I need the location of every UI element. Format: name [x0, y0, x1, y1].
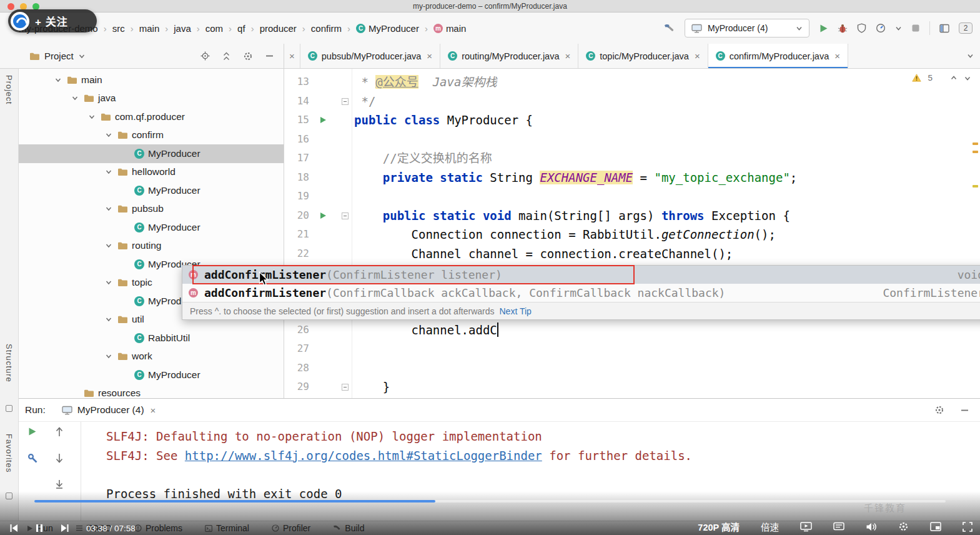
fold-icon[interactable] [342, 98, 349, 105]
previous-video-icon[interactable] [9, 523, 19, 533]
chevron-down-icon[interactable] [104, 168, 114, 176]
chevron-down-icon[interactable] [104, 242, 114, 249]
stop-button[interactable] [911, 24, 920, 32]
pause-icon[interactable] [35, 523, 44, 533]
tool-window-favorites[interactable]: Favorites [4, 434, 14, 472]
scrollbar-warning-mark[interactable] [973, 185, 978, 188]
tree-item[interactable]: CMyProducer [19, 218, 284, 237]
breadcrumb-item[interactable]: java [174, 23, 191, 34]
scrollbar-warning-mark[interactable] [973, 151, 978, 153]
tree-item[interactable]: pubsub [19, 200, 284, 219]
fold-icon[interactable] [342, 384, 349, 391]
scroll-down-icon[interactable] [55, 453, 64, 463]
code-line[interactable]: 19 [284, 187, 980, 206]
tool-window-project[interactable]: Project [4, 75, 14, 104]
breadcrumb-item[interactable]: com [205, 23, 223, 34]
chevron-down-icon[interactable] [78, 52, 86, 60]
code-area[interactable]: 13 * @公众号 Java架构栈14 */15public class MyP… [284, 69, 980, 397]
chevron-down-icon[interactable] [104, 279, 114, 286]
previous-problem-icon[interactable] [950, 74, 958, 82]
scroll-to-end-icon[interactable] [55, 479, 64, 489]
tree-item[interactable]: helloworld [19, 163, 284, 182]
edit-configuration-icon[interactable] [27, 453, 38, 464]
editor-tab[interactable]: Ctopic/MyProducer.java× [578, 44, 708, 68]
tool-window-structure[interactable]: Structure [4, 344, 14, 382]
code-line[interactable]: 20 public static void main(String[] args… [284, 206, 980, 226]
tree-item[interactable]: main [19, 71, 284, 89]
tree-item[interactable]: routing [19, 237, 284, 256]
code-line[interactable]: 15public class MyProducer { [284, 111, 980, 130]
breadcrumb-item[interactable]: main [139, 23, 160, 34]
code-line[interactable]: 26 channel.addC [284, 321, 980, 340]
code-line[interactable]: 16 [284, 130, 980, 149]
tree-item[interactable]: CMyProducer [19, 181, 284, 200]
completion-item[interactable]: maddConfirmListener(ConfirmCallback ackC… [182, 284, 980, 302]
rerun-button[interactable] [27, 427, 37, 436]
code-line[interactable]: 18 private static String EXCHANGE_NAME =… [284, 168, 980, 188]
debug-button[interactable] [838, 23, 848, 33]
chevron-down-icon[interactable] [104, 131, 114, 139]
build-hammer-icon[interactable] [663, 23, 675, 34]
code-line[interactable]: 21 Connection connection = RabbitUtil.ge… [284, 225, 980, 244]
player-settings-icon[interactable] [898, 521, 909, 532]
next-problem-icon[interactable] [964, 74, 971, 82]
tab-close-icon[interactable]: × [284, 44, 300, 68]
breadcrumb-item[interactable]: mmain [433, 23, 467, 34]
tree-item[interactable]: java [19, 89, 284, 108]
close-icon[interactable]: × [695, 51, 700, 61]
run-gutter-icon[interactable] [319, 116, 327, 124]
code-line[interactable]: 28 [284, 359, 980, 378]
run-settings-icon[interactable] [934, 405, 944, 415]
chevron-down-icon[interactable] [70, 94, 80, 102]
run-gutter-icon[interactable] [319, 212, 327, 219]
chevron-down-icon[interactable] [104, 352, 114, 360]
more-tabs-icon[interactable] [967, 52, 974, 59]
tree-item[interactable]: CMyProducer [19, 366, 284, 384]
inspection-widget[interactable]: 5 [912, 73, 971, 82]
more-run-actions-icon[interactable] [895, 25, 902, 32]
chevron-down-icon[interactable] [87, 113, 97, 121]
close-icon[interactable]: × [151, 405, 156, 416]
coverage-button[interactable] [857, 23, 866, 33]
close-icon[interactable]: × [427, 51, 432, 61]
panel-settings-icon[interactable] [243, 51, 253, 61]
tree-item[interactable]: CRabbitUtil [19, 329, 284, 348]
fullscreen-icon[interactable] [963, 522, 973, 532]
code-editor[interactable]: 5 13 * @公众号 Java架构栈14 */15public class M… [284, 69, 980, 398]
breadcrumb-item[interactable]: producer [260, 23, 297, 34]
close-window-icon[interactable] [7, 3, 14, 10]
code-line[interactable]: 22 Channel channel = connection.createCh… [284, 244, 980, 264]
chevron-down-icon[interactable] [104, 205, 114, 212]
close-icon[interactable]: × [565, 51, 570, 61]
code-line[interactable]: 27 [284, 339, 980, 359]
editor-tab[interactable]: Cconfirm/MyProducer.java× [708, 44, 848, 68]
scrollbar-warning-mark[interactable] [973, 142, 978, 145]
tree-item[interactable]: confirm [19, 126, 284, 145]
editor-tab[interactable]: Crouting/MyProducer.java× [440, 44, 578, 68]
next-tip-link[interactable]: Next Tip [499, 306, 531, 316]
locate-file-icon[interactable] [200, 51, 210, 61]
run-tab[interactable]: MyProducer (4) × [56, 399, 162, 421]
danmaku-icon[interactable] [833, 522, 844, 532]
cast-icon[interactable] [800, 522, 812, 532]
tree-item[interactable]: CMyProducer [19, 144, 284, 163]
collapse-all-icon[interactable] [222, 52, 230, 61]
tree-item[interactable]: com.qf.producer [19, 108, 284, 126]
video-quality-button[interactable]: 720P 高清 [698, 520, 740, 533]
editor-tab[interactable]: Cpubsub/MyProducer.java× [300, 44, 440, 68]
video-progress-bar[interactable] [34, 500, 946, 502]
breadcrumb-item[interactable]: confirm [311, 23, 342, 34]
hide-panel-icon[interactable] [265, 52, 274, 60]
profiler-button[interactable] [876, 23, 886, 33]
run-button[interactable] [819, 24, 828, 33]
breadcrumb-item[interactable]: src [112, 23, 125, 34]
picture-in-picture-icon[interactable] [930, 522, 941, 531]
scroll-up-icon[interactable] [55, 427, 64, 437]
layout-icon[interactable] [939, 24, 949, 33]
chevron-down-icon[interactable] [53, 76, 63, 84]
code-line[interactable]: 29 } [284, 378, 980, 397]
run-configuration-select[interactable]: MyProducer (4) [685, 19, 809, 38]
video-speed-button[interactable]: 倍速 [761, 520, 779, 533]
fold-icon[interactable] [342, 212, 349, 219]
code-line[interactable]: 13 * @公众号 Java架构栈 [284, 72, 980, 92]
